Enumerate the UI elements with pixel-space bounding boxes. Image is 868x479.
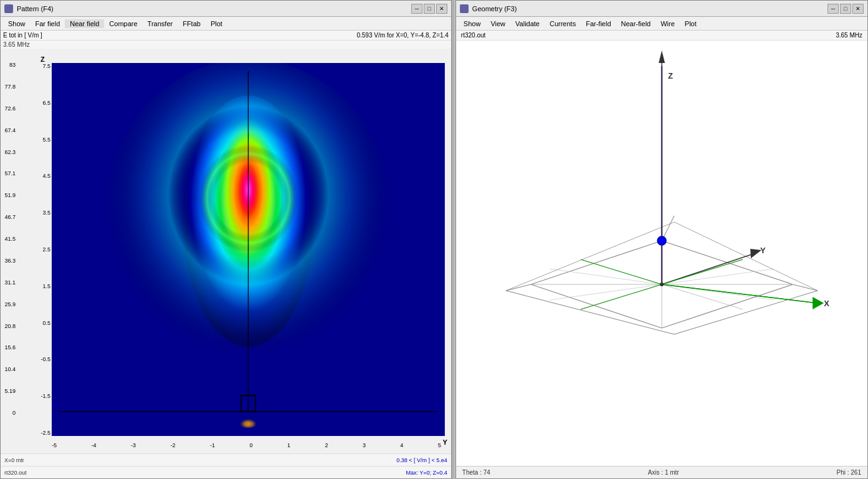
- scale-val-8: 41.5: [0, 236, 16, 242]
- y-axis-title: Y: [443, 438, 447, 446]
- geometry-window: Geometry (F3) ─ □ ✕ Show View Validate C…: [455, 0, 868, 479]
- z-axis-title: Z: [41, 56, 45, 63]
- geo-menu-wire[interactable]: Wire: [656, 19, 680, 28]
- pattern-icon: [4, 4, 13, 13]
- geo-menu-currents[interactable]: Currents: [545, 19, 581, 28]
- scale-val-11: 25.9: [0, 301, 16, 307]
- scale-val-4: 62.3: [0, 149, 16, 155]
- pattern-title: Pattern (F4): [17, 5, 54, 12]
- geometry-window-controls[interactable]: ─ □ ✕: [827, 4, 864, 14]
- geo-menu-far-field[interactable]: Far-field: [581, 19, 616, 28]
- scale-val-14: 10.4: [0, 366, 16, 372]
- status-theta: Theta : 74: [462, 469, 490, 476]
- heatmap-svg: [52, 63, 445, 436]
- xpos-label: X=0 mtr: [4, 457, 24, 463]
- titlebar-left: Pattern (F4): [4, 4, 54, 13]
- menu-show[interactable]: Show: [3, 19, 31, 28]
- svg-text:Y: Y: [760, 246, 766, 255]
- menu-near-field[interactable]: Near field: [65, 19, 104, 28]
- geo-file: rt320.out: [461, 32, 485, 39]
- bottom-left: X=0 mtr: [4, 457, 24, 463]
- bottom-range: 0.38 < [ V/m ] < 5.e4: [396, 457, 447, 463]
- x-tick-labels: -5 -4 -3 -2 -1 0 1 2 3 4 5: [52, 442, 441, 448]
- geo-frequency: 3.65 MHz: [836, 32, 862, 39]
- panel-divider: [452, 0, 454, 479]
- geo-menu-validate[interactable]: Validate: [510, 19, 545, 28]
- scale-val-2: 72.6: [0, 105, 16, 112]
- close-button[interactable]: ✕: [436, 4, 447, 14]
- geometry-titlebar: Geometry (F3) ─ □ ✕: [456, 1, 867, 17]
- geo-minimize-button[interactable]: ─: [827, 4, 839, 14]
- status-axis: Axis : 1 mtr: [648, 469, 679, 476]
- scale-val-0: 83: [0, 62, 16, 68]
- scale-val-9: 36.3: [0, 258, 16, 264]
- menu-transfer[interactable]: Transfer: [143, 19, 178, 28]
- geometry-canvas[interactable]: Z Y X: [456, 41, 867, 466]
- menu-plot[interactable]: Plot: [206, 19, 227, 28]
- pattern-menubar: Show Far field Near field Compare Transf…: [1, 17, 451, 31]
- menu-far-field[interactable]: Far field: [31, 19, 65, 28]
- scale-val-5: 57.1: [0, 170, 16, 177]
- frequency-label: 3.65 MHz: [3, 41, 30, 48]
- pattern-window-controls[interactable]: ─ □ ✕: [411, 4, 447, 14]
- color-scale: 83 77.8 72.6 67.4 62.3 57.1 51.9 46.7 41…: [1, 49, 32, 453]
- scale-val-6: 51.9: [0, 192, 16, 198]
- geo-menu-show[interactable]: Show: [459, 19, 486, 28]
- scale-labels: 83 77.8 72.6 67.4 62.3 57.1 51.9 46.7 41…: [0, 62, 16, 416]
- field-label: E tot in [ V/m ]: [3, 32, 42, 39]
- heatmap[interactable]: [52, 63, 445, 436]
- scale-val-3: 67.4: [0, 127, 16, 133]
- geo-titlebar-left: Geometry (F3): [460, 4, 517, 13]
- geo-menu-near-field[interactable]: Near-field: [616, 19, 656, 28]
- status-phi: Phi : 261: [837, 469, 861, 476]
- menu-fftab[interactable]: FFtab: [178, 19, 206, 28]
- bottom-file-row: rt320.out Max: Y=0; Z=0.4: [1, 466, 451, 478]
- minimize-button[interactable]: ─: [411, 4, 422, 14]
- menu-compare[interactable]: Compare: [104, 19, 142, 28]
- z-tick-labels: 7.5 6.5 5.5 4.5 3.5 2.5 1.5 0.5 -0.5 -1.…: [32, 63, 50, 436]
- svg-point-43: [660, 283, 664, 286]
- plot-area: 83 77.8 72.6 67.4 62.3 57.1 51.9 46.7 41…: [1, 49, 451, 453]
- svg-point-11: [208, 379, 289, 428]
- scale-val-16: 0: [0, 410, 16, 416]
- scale-val-12: 20.8: [0, 323, 16, 329]
- geometry-svg: Z Y X: [456, 41, 867, 466]
- pattern-titlebar: Pattern (F4) ─ □ ✕: [1, 1, 451, 17]
- geo-maximize-button[interactable]: □: [840, 4, 851, 14]
- geometry-menubar: Show View Validate Currents Far-field Ne…: [456, 17, 867, 31]
- scale-val-10: 31.1: [0, 279, 16, 286]
- scale-val-13: 15.6: [0, 344, 16, 351]
- scale-val-15: 5.19: [0, 388, 16, 394]
- svg-text:X: X: [824, 299, 829, 308]
- bottom-status: X=0 mtr 0.38 < [ V/m ] < 5.e4: [1, 453, 451, 466]
- source-point: [657, 236, 666, 245]
- geo-menu-view[interactable]: View: [485, 19, 510, 28]
- scale-val-1: 77.8: [0, 84, 16, 90]
- measurement-value: 0.593 V/m for X=0, Y=-4.8, Z=1.4: [356, 32, 448, 39]
- pattern-window: Pattern (F4) ─ □ ✕ Show Far field Near f…: [0, 0, 452, 479]
- maximize-button[interactable]: □: [424, 4, 435, 14]
- bottom-file: rt320.out: [4, 470, 27, 476]
- geo-menu-plot[interactable]: Plot: [680, 19, 702, 28]
- geometry-title: Geometry (F3): [472, 5, 517, 12]
- scale-val-7: 46.7: [0, 214, 16, 220]
- bottom-max: Max: Y=0; Z=0.4: [406, 470, 447, 476]
- geometry-icon: [460, 4, 469, 13]
- geometry-status-bar: Theta : 74 Axis : 1 mtr Phi : 261: [456, 466, 867, 478]
- svg-text:Z: Z: [668, 71, 673, 80]
- geo-close-button[interactable]: ✕: [852, 4, 864, 14]
